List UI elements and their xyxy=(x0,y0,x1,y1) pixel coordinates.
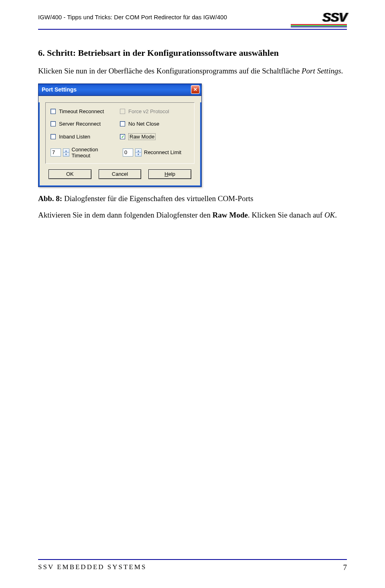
chevron-down-icon[interactable]: ▼ xyxy=(63,153,69,156)
checkbox-label: Server Reconnect xyxy=(59,121,101,127)
spinner-label: Connection Timeout xyxy=(72,146,117,159)
after-b: Raw Mode xyxy=(213,211,248,219)
spinner-input[interactable]: 0 xyxy=(123,149,133,157)
checkbox-label: Timeout Reconnect xyxy=(59,108,104,114)
logo-stripes xyxy=(291,24,347,27)
chevron-down-icon[interactable]: ▼ xyxy=(136,153,141,156)
after-d: OK xyxy=(324,211,335,219)
logo-text: SSV xyxy=(322,12,347,23)
close-icon[interactable]: ✕ xyxy=(191,85,200,94)
chevron-up-icon[interactable]: ▲ xyxy=(136,149,141,153)
after-e: . xyxy=(335,211,337,219)
checkbox-inband-listen[interactable]: Inband Listen xyxy=(51,133,120,140)
checkbox-icon xyxy=(120,109,125,114)
after-paragraph: Aktivieren Sie in dem dann folgenden Dia… xyxy=(38,210,347,220)
spinner-label: Reconnect Limit xyxy=(144,149,181,155)
spinner-connection-timeout[interactable]: 7 ▲ ▼ Connection Timeout xyxy=(51,146,117,159)
caption-text: Dialogfenster für die Eigenschaften des … xyxy=(62,194,253,203)
checkbox-icon xyxy=(51,134,56,139)
checkbox-no-net-close[interactable]: No Net Close xyxy=(120,121,189,127)
help-button[interactable]: Help xyxy=(148,169,191,179)
footer-rule xyxy=(38,559,347,560)
dialog-titlebar[interactable]: Port Settings ✕ xyxy=(38,84,201,96)
spinner-buttons[interactable]: ▲ ▼ xyxy=(135,149,142,157)
intro-paragraph: Klicken Sie nun in der Oberfläche des Ko… xyxy=(38,66,347,76)
spinner-input[interactable]: 7 xyxy=(51,149,61,157)
footer-text: SSV EMBEDDED SYSTEMS xyxy=(38,563,146,572)
checkbox-label: No Net Close xyxy=(128,121,159,127)
chevron-up-icon[interactable]: ▲ xyxy=(63,149,69,153)
intro-text-b: Port Settings xyxy=(302,67,341,75)
intro-text-c: . xyxy=(341,67,343,75)
checkbox-icon xyxy=(51,121,56,126)
ok-button[interactable]: OK xyxy=(49,169,91,179)
checkbox-force-v2: Force v2 Protocol xyxy=(120,108,189,114)
intro-text-a: Klicken Sie nun in der Oberfläche des Ko… xyxy=(38,67,302,75)
dialog-title: Port Settings xyxy=(42,86,77,93)
help-label-rest: elp xyxy=(168,171,175,177)
checkbox-server-reconnect[interactable]: Server Reconnect xyxy=(51,121,120,127)
cancel-button[interactable]: Cancel xyxy=(99,169,142,179)
document-header-title: IGW/400 - Tipps und Tricks: Der COM Port… xyxy=(38,12,227,20)
page-number: 7 xyxy=(343,563,347,572)
ssv-logo: SSV xyxy=(291,12,347,27)
checkbox-label: Raw Mode xyxy=(128,133,156,140)
checkbox-label: Inband Listen xyxy=(59,134,90,140)
header-rule xyxy=(38,29,347,30)
figure-caption: Abb. 8: Dialogfenster für die Eigenschaf… xyxy=(38,194,347,203)
spinner-buttons[interactable]: ▲ ▼ xyxy=(63,149,69,157)
after-c: . Klicken Sie danach auf xyxy=(248,211,324,219)
options-group: Timeout Reconnect Force v2 Protocol Serv… xyxy=(45,102,195,164)
checkbox-timeout-reconnect[interactable]: Timeout Reconnect xyxy=(51,108,120,114)
caption-label: Abb. 8: xyxy=(38,194,62,203)
checkbox-icon xyxy=(51,109,56,114)
after-a: Aktivieren Sie in dem dann folgenden Dia… xyxy=(38,211,213,219)
section-heading: 6. Schritt: Betriebsart in der Konfigura… xyxy=(38,48,347,58)
port-settings-dialog: Port Settings ✕ Timeout Reconnect Force … xyxy=(38,83,202,187)
checkbox-label: Force v2 Protocol xyxy=(128,108,169,114)
checkbox-raw-mode[interactable]: ✓ Raw Mode xyxy=(120,133,189,140)
checkbox-icon-checked: ✓ xyxy=(120,134,125,139)
checkbox-icon xyxy=(120,121,125,126)
spinner-reconnect-limit[interactable]: 0 ▲ ▼ Reconnect Limit xyxy=(123,146,189,159)
